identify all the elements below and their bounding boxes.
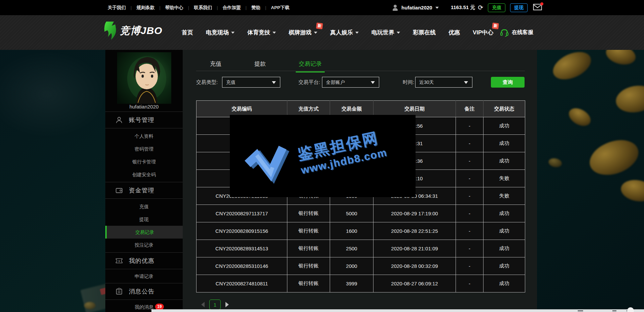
tab-0[interactable]: 充值	[207, 58, 224, 71]
table-cell: 成功	[484, 240, 525, 257]
table-cell: -	[456, 135, 484, 152]
table-cell: 银行转账	[287, 257, 330, 275]
tab-1[interactable]: 提款	[251, 58, 269, 71]
tab-2[interactable]: 交易记录	[296, 58, 325, 72]
sidebar-item-0-1[interactable]: 密码管理	[105, 143, 183, 155]
sidebar-section-0[interactable]: 账号管理	[105, 112, 183, 128]
chevron-down-icon	[273, 32, 276, 34]
table-row: CNY202008274810811银行转账39992020-08-27 06:…	[196, 275, 525, 292]
pagination: 1	[201, 300, 229, 310]
logo[interactable]: 竞博JBO	[103, 21, 163, 40]
table-cell: 银行转账	[287, 240, 330, 257]
table-header-cell: 备注	[456, 101, 484, 117]
table-cell: CNY202008297113717	[196, 205, 287, 222]
balance-amount: 1163.51 元	[451, 4, 475, 11]
table-cell: 2020-08-28 21:01:09	[373, 240, 456, 257]
svg-text:¥: ¥	[118, 260, 120, 263]
coin-decoration	[566, 105, 594, 130]
sidebar-item-1-0[interactable]: 充值	[105, 200, 183, 213]
topbar-link-2[interactable]: 帮助中心	[165, 5, 183, 11]
link-separator: |	[131, 5, 132, 10]
sidebar-group-1: 充值提现交易记录投注记录	[105, 199, 183, 253]
sidebar-item-0-3[interactable]: 创建安全码	[105, 168, 183, 181]
refresh-icon[interactable]: ⟳	[478, 4, 483, 11]
table-cell: 失败	[484, 170, 525, 187]
nav-item-7[interactable]: 优惠	[449, 29, 460, 36]
sidebar-item-1-3[interactable]: 投注记录	[105, 239, 183, 251]
next-page-arrow[interactable]	[225, 302, 229, 307]
prev-page-arrow[interactable]	[201, 302, 205, 307]
table-cell: 银行转账	[287, 205, 330, 222]
notification-dot	[540, 2, 543, 5]
mail-icon[interactable]	[533, 4, 542, 12]
watermark-overlay: 鉴黑担保网 www.jhdb8.com	[230, 115, 416, 197]
main-nav: 首页电竞现场体育竞技棋牌游戏新真人娱乐电玩世界彩票在线优惠VIP中心新	[182, 15, 493, 50]
nav-item-0[interactable]: 首页	[182, 29, 193, 36]
transaction-type-select[interactable]: 充值	[222, 77, 280, 88]
user-icon	[392, 4, 399, 11]
board-icon	[115, 288, 123, 295]
nav-item-6[interactable]: 彩票在线	[413, 29, 436, 36]
table-cell: 银行转账	[287, 275, 330, 292]
topbar-link-3[interactable]: 联系我们	[194, 5, 212, 11]
withdraw-button[interactable]: 提现	[510, 3, 528, 12]
nav-item-label: 体育竞技	[247, 29, 270, 36]
nav-item-8[interactable]: VIP中心新	[473, 29, 493, 36]
wallet-icon	[115, 187, 123, 194]
topbar-user-area: hufatian2020 1163.51 元 ⟳ 充值 提现	[392, 0, 542, 15]
sidebar-item-0-2[interactable]: 银行卡管理	[105, 155, 183, 168]
topbar-link-0[interactable]: 关于我们	[108, 5, 126, 11]
topbar-link-5[interactable]: 赞助	[251, 5, 260, 11]
chevron-down-icon	[272, 81, 276, 84]
new-badge: 新	[316, 23, 323, 29]
sidebar-section-2[interactable]: ¥我的优惠	[105, 252, 183, 269]
nav-item-3[interactable]: 棋牌游戏新	[289, 29, 317, 36]
online-service[interactable]: 在线客服	[500, 15, 533, 50]
table-row: CNY202008297113717银行转账50002020-08-29 17:…	[196, 205, 525, 222]
topbar-link-6[interactable]: APP下载	[271, 5, 289, 11]
page-number[interactable]: 1	[209, 300, 221, 310]
time-select[interactable]: 近30天	[415, 77, 472, 88]
nav-item-1[interactable]: 电竞现场	[206, 29, 235, 36]
avatar	[117, 52, 171, 104]
time-value: 近30天	[419, 77, 434, 87]
nav-item-5[interactable]: 电玩世界	[371, 29, 400, 36]
table-cell: -	[456, 187, 484, 205]
nav-item-label: VIP中心	[473, 29, 493, 36]
nav-item-4[interactable]: 真人娱乐	[330, 29, 359, 36]
corner-widget[interactable]	[627, 307, 634, 312]
table-cell: 成功	[484, 205, 525, 222]
sidebar-item-2-0[interactable]: 申请记录	[105, 270, 183, 283]
sidebar-section-title: 我的优惠	[129, 257, 154, 265]
chevron-down-icon	[397, 32, 400, 34]
sidebar-section-1[interactable]: 资金管理	[105, 182, 183, 199]
chevron-down-icon	[355, 32, 359, 34]
sidebar-username: hufatian2020	[105, 104, 183, 112]
sidebar-item-1-2[interactable]: 交易记录	[105, 226, 183, 239]
table-cell: 成功	[484, 152, 525, 170]
coin-decoration	[585, 134, 643, 181]
table-cell: -	[456, 205, 484, 222]
search-button[interactable]: 查询	[491, 77, 525, 88]
topbar-link-4[interactable]: 合作加盟	[223, 5, 241, 11]
sidebar-item-0-0[interactable]: 个人资料	[105, 130, 183, 143]
chevron-down-icon	[231, 32, 235, 34]
table-cell: -	[456, 275, 484, 292]
nav-item-2[interactable]: 体育竞技	[247, 29, 276, 36]
new-badge: 新	[492, 23, 499, 29]
platform-select[interactable]: 全部账户	[322, 77, 379, 88]
table-row: CNY202008289314513银行转账25002020-08-28 21:…	[196, 240, 525, 257]
deposit-button[interactable]: 充值	[488, 3, 505, 12]
sidebar-item-1-1[interactable]: 提现	[105, 213, 183, 226]
table-cell: 2500	[330, 240, 373, 257]
table-cell: -	[456, 152, 484, 170]
chevron-down-icon[interactable]	[435, 7, 439, 9]
table-cell: 3999	[330, 275, 373, 292]
sidebar-section-3[interactable]: 消息公告	[105, 283, 183, 300]
nav-item-label: 棋牌游戏	[289, 29, 312, 36]
topbar-link-1[interactable]: 规则条款	[136, 5, 154, 11]
username[interactable]: hufatian2020	[401, 5, 432, 10]
nav-item-label: 优惠	[449, 29, 460, 36]
link-separator: |	[188, 5, 189, 10]
table-row: CNY202008280915156银行转账16002020-08-28 22:…	[196, 222, 525, 240]
